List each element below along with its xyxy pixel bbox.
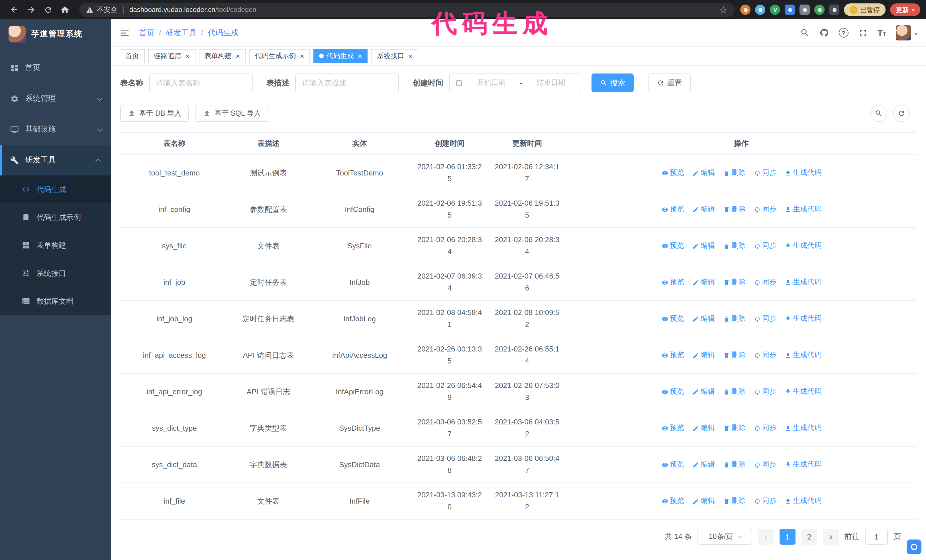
fullscreen-icon[interactable]	[858, 28, 868, 38]
next-page-button[interactable]	[823, 529, 839, 545]
delete-link[interactable]: 删除	[723, 168, 746, 178]
tab-system-api[interactable]: 系统接口	[371, 49, 418, 63]
delete-link[interactable]: 删除	[723, 423, 746, 433]
generate-code-link[interactable]: 生成代码	[784, 423, 822, 433]
breadcrumb-codegen[interactable]: 代码生成	[208, 28, 239, 38]
extension-icon[interactable]	[800, 5, 810, 15]
generate-code-link[interactable]: 生成代码	[784, 350, 822, 360]
refresh-table-button[interactable]	[893, 105, 910, 122]
page-size-select[interactable]: 10条/页	[698, 529, 752, 545]
preview-link[interactable]: 预览	[661, 205, 684, 214]
close-icon[interactable]	[185, 52, 189, 60]
sync-link[interactable]: 同步	[754, 350, 776, 360]
delete-link[interactable]: 删除	[723, 278, 746, 287]
sync-link[interactable]: 同步	[754, 205, 776, 214]
sidebar-item-form-builder[interactable]: 表单构建	[0, 231, 111, 259]
extension-icon[interactable]	[755, 5, 766, 15]
close-icon[interactable]	[408, 52, 413, 60]
edit-link[interactable]: 编辑	[692, 205, 715, 214]
table-name-input[interactable]	[149, 74, 253, 92]
edit-link[interactable]: 编辑	[692, 241, 715, 251]
paw-extension-icon[interactable]	[829, 5, 840, 15]
edit-link[interactable]: 编辑	[692, 278, 715, 287]
import-db-button[interactable]: 基于 DB 导入	[120, 105, 189, 122]
preview-link[interactable]: 预览	[661, 278, 684, 287]
generate-code-link[interactable]: 生成代码	[784, 205, 822, 214]
sync-link[interactable]: 同步	[754, 168, 776, 178]
close-icon[interactable]	[300, 52, 304, 60]
generate-code-link[interactable]: 生成代码	[784, 278, 822, 287]
preview-link[interactable]: 预览	[661, 168, 684, 178]
tab-codegen[interactable]: 代码生成	[313, 49, 368, 63]
sidebar-item-home[interactable]: 首页	[0, 53, 111, 83]
table-desc-input[interactable]	[295, 74, 399, 92]
preview-link[interactable]: 预览	[661, 350, 684, 360]
edit-link[interactable]: 编辑	[692, 460, 715, 469]
reset-button[interactable]: 重置	[649, 74, 691, 92]
edit-link[interactable]: 编辑	[692, 168, 715, 178]
sidebar-item-infra[interactable]: 基础设施	[0, 114, 111, 145]
page-1-button[interactable]: 1	[779, 529, 796, 545]
help-icon[interactable]	[838, 28, 848, 38]
tab-trace[interactable]: 链路追踪	[148, 49, 195, 63]
user-menu[interactable]	[896, 25, 917, 41]
generate-code-link[interactable]: 生成代码	[784, 460, 822, 469]
sync-link[interactable]: 同步	[754, 496, 776, 506]
bookmark-star-icon[interactable]	[719, 5, 728, 14]
back-icon[interactable]	[10, 5, 19, 14]
github-icon[interactable]	[819, 28, 829, 38]
generate-code-link[interactable]: 生成代码	[784, 314, 822, 324]
edit-link[interactable]: 编辑	[692, 314, 715, 324]
preview-link[interactable]: 预览	[661, 241, 684, 251]
sync-link[interactable]: 同步	[754, 387, 776, 397]
preview-link[interactable]: 预览	[661, 387, 684, 397]
close-icon[interactable]	[358, 52, 362, 60]
reload-icon[interactable]	[44, 5, 53, 14]
delete-link[interactable]: 删除	[723, 460, 746, 469]
toggle-search-button[interactable]	[870, 105, 887, 122]
breadcrumb-devtools[interactable]: 研发工具	[166, 28, 197, 38]
extension-icon[interactable]	[740, 5, 751, 15]
address-bar[interactable]: 不安全 dashboard.yudao.iocoder.cn/tool/code…	[79, 3, 735, 17]
edit-link[interactable]: 编辑	[692, 423, 715, 433]
paused-badge[interactable]: 已暂停	[844, 3, 885, 16]
sync-link[interactable]: 同步	[754, 241, 776, 251]
generate-code-link[interactable]: 生成代码	[784, 241, 822, 251]
search-icon[interactable]	[800, 28, 809, 38]
delete-link[interactable]: 删除	[723, 241, 746, 251]
extension-icon[interactable]	[785, 5, 795, 15]
sidebar-item-system-api[interactable]: 系统接口	[0, 259, 111, 287]
close-icon[interactable]	[236, 52, 240, 60]
prev-page-button[interactable]	[758, 529, 774, 545]
edit-link[interactable]: 编辑	[692, 496, 715, 506]
sidebar-item-devtools[interactable]: 研发工具	[0, 145, 111, 175]
import-sql-button[interactable]: 基于 SQL 导入	[196, 105, 268, 122]
app-logo[interactable]: 芋道管理系统	[0, 20, 111, 49]
edit-link[interactable]: 编辑	[692, 350, 715, 360]
preview-link[interactable]: 预览	[661, 314, 684, 324]
breadcrumb-home[interactable]: 首页	[139, 28, 154, 38]
sidebar-item-codegen-example[interactable]: 代码生成示例	[0, 203, 111, 231]
extension-icon[interactable]	[815, 5, 825, 15]
forward-icon[interactable]	[27, 5, 36, 14]
delete-link[interactable]: 删除	[723, 496, 746, 506]
delete-link[interactable]: 删除	[723, 387, 746, 397]
tab-home[interactable]: 首页	[120, 49, 145, 63]
hamburger-icon[interactable]	[120, 28, 130, 38]
delete-link[interactable]: 删除	[723, 314, 746, 324]
sync-link[interactable]: 同步	[754, 278, 776, 287]
preview-link[interactable]: 预览	[661, 496, 684, 506]
sync-link[interactable]: 同步	[754, 314, 776, 324]
delete-link[interactable]: 删除	[723, 205, 746, 214]
sidebar-item-system[interactable]: 系统管理	[0, 83, 111, 114]
sync-link[interactable]: 同步	[754, 423, 776, 433]
generate-code-link[interactable]: 生成代码	[784, 387, 822, 397]
delete-link[interactable]: 删除	[723, 350, 746, 360]
generate-code-link[interactable]: 生成代码	[784, 168, 822, 178]
edit-link[interactable]: 编辑	[692, 387, 715, 397]
sidebar-item-codegen[interactable]: 代码生成	[0, 175, 111, 203]
page-2-button[interactable]: 2	[801, 529, 817, 545]
goto-page-input[interactable]	[865, 529, 888, 545]
extension-icon[interactable]: V	[770, 5, 781, 15]
home-icon[interactable]	[61, 5, 70, 14]
